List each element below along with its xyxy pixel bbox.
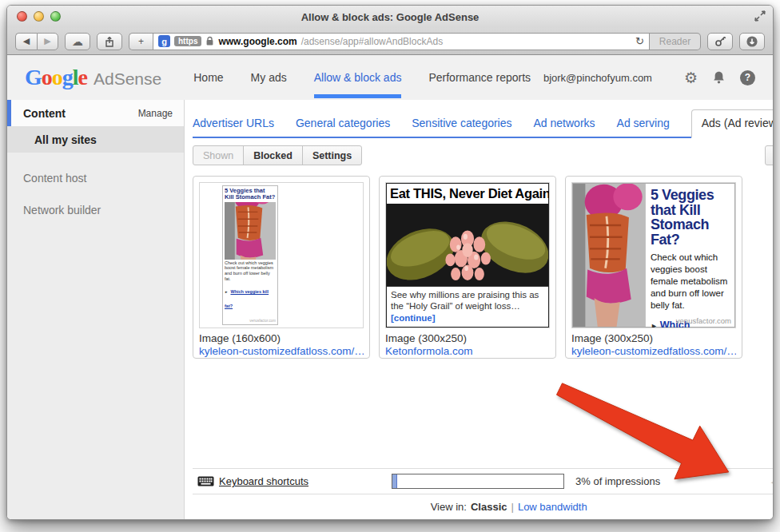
sidebar-section-label: Content [23, 107, 138, 120]
adsense-header: Google AdSense Home My ads Allow & block… [7, 55, 773, 100]
ad-continue-link: [continue] [391, 313, 436, 323]
key-icon [714, 35, 726, 47]
minimize-button[interactable] [34, 11, 44, 22]
help-button[interactable]: ? [740, 70, 755, 85]
url-group: + g https www.google.com /adsense/app#al… [129, 33, 701, 50]
lock-icon [205, 36, 214, 46]
advertiser-url-link[interactable]: kyleleon-customizedfatloss.com/… [571, 345, 736, 357]
share-icon [104, 36, 115, 47]
pager-controls: ◀ ▶ [771, 470, 773, 492]
browser-window: Allow & block ads: Google AdSense ◀ ▶ ☁ [6, 5, 774, 520]
password-key-button[interactable] [707, 33, 733, 50]
tab-ad-networks[interactable]: Ad networks [534, 110, 595, 137]
site-favicon: g [158, 35, 170, 47]
progress-fill [392, 474, 397, 488]
tab-bar: Advertiser URLs General categories Sensi… [193, 109, 773, 138]
view-footer: View in: Classic | Low bandwidth [193, 494, 773, 519]
ad-card-2[interactable]: Eat THIS, Never Diet Again [379, 176, 556, 359]
forward-button[interactable]: ▶ [37, 33, 58, 50]
ad-format-label: Image (300x250) [385, 332, 550, 344]
ad-preview-3: 5 Veggies that Kill Stomach Fat? Check o… [571, 182, 736, 328]
sidebar-item-content-host[interactable]: Content host [23, 172, 184, 185]
main-content: Advertiser URLs General categories Sensi… [185, 100, 773, 519]
https-badge: https [174, 36, 201, 46]
icloud-tabs-button[interactable]: ☁ [65, 33, 90, 50]
tab-advertiser-urls[interactable]: Advertiser URLs [193, 110, 274, 137]
ad-creative-300x250: 5 Veggies that Kill Stomach Fat? Check o… [572, 183, 735, 328]
screenshot-stage: Allow & block ads: Google AdSense ◀ ▶ ☁ [0, 0, 780, 532]
nav-my-ads[interactable]: My ads [251, 55, 287, 100]
manage-link[interactable]: Manage [138, 108, 173, 119]
ad-creative-160x600: 5 Veggies that Kill Stomach Fat? [222, 185, 278, 325]
shown-button[interactable]: Shown [193, 145, 244, 165]
ad-creative-300x250: Eat THIS, Never Diet Again [386, 183, 549, 328]
ad-link: Which veggies kill fat? [225, 289, 269, 308]
ad-link-bullet-icon: ► [651, 322, 658, 328]
sidebar-item-all-my-sites[interactable]: All my sites [7, 126, 184, 153]
window-controls [17, 11, 61, 22]
adsense-page: Google AdSense Home My ads Allow & block… [7, 55, 773, 519]
tab-ads-ad-review-center[interactable]: Ads (Ad review center) [691, 109, 773, 138]
primary-nav: Home My ads Allow & block ads Performanc… [193, 55, 531, 100]
tab-general-categories[interactable]: General categories [296, 110, 390, 137]
product-name: AdSense [94, 69, 161, 89]
ad-card-1[interactable]: 5 Veggies that Kill Stomach Fat? [193, 176, 370, 359]
nav-allow-block-ads[interactable]: Allow & block ads [314, 55, 402, 100]
settings-button-segment[interactable]: Settings [302, 145, 362, 165]
advertiser-url-link[interactable]: kyleleon-customizedfatloss.com/… [199, 345, 364, 357]
ad-link-bullet-icon: ► [225, 290, 228, 294]
sidebar: Content Manage All my sites Content host… [7, 100, 185, 519]
fruit-ad-image [387, 204, 548, 287]
downloads-button[interactable] [739, 33, 765, 50]
back-button[interactable]: ◀ [15, 33, 37, 50]
body-wrap: Content Manage All my sites Content host… [7, 100, 773, 519]
advertiser-url-link[interactable]: Ketonformola.com [385, 345, 550, 357]
url-path: /adsense/app#allowAndBlockAds [301, 36, 443, 47]
gear-icon: ⚙ [684, 69, 698, 86]
ad-attribution: venusfactor.com [676, 316, 731, 325]
reload-button[interactable]: ↻ [635, 35, 644, 47]
cloud-icon: ☁ [72, 35, 83, 48]
nav-home[interactable]: Home [193, 55, 223, 100]
nav-performance-reports[interactable]: Performance reports [428, 55, 531, 100]
keyboard-shortcuts-link[interactable]: Keyboard shortcuts [197, 475, 308, 487]
tab-sensitive-categories[interactable]: Sensitive categories [412, 110, 511, 137]
add-bookmark-button[interactable]: + [129, 33, 153, 50]
fullscreen-icon[interactable] [754, 10, 766, 22]
blocked-button[interactable]: Blocked [243, 145, 303, 165]
ad-format-label: Image (160x600) [199, 332, 364, 344]
zoom-button[interactable] [50, 11, 61, 22]
tab-ad-serving[interactable]: Ad serving [617, 110, 670, 137]
title-bar: Allow & block ads: Google AdSense [7, 6, 773, 28]
browser-toolbar: ◀ ▶ ☁ + g https www.goo [7, 28, 773, 55]
notifications-button[interactable] [712, 70, 726, 85]
ad-card-3[interactable]: 5 Veggies that Kill Stomach Fat? Check o… [565, 176, 742, 359]
account-email: bjork@pinchofyum.com [543, 72, 652, 84]
status-bar: Keyboard shortcuts 3% of impressions ◀ ▶ [193, 468, 773, 494]
keyboard-icon [197, 476, 214, 486]
url-host: www.google.com [218, 36, 296, 47]
window-title: Allow & block ads: Google AdSense [301, 11, 480, 23]
reader-button[interactable]: Reader [650, 33, 701, 50]
plus-icon: + [138, 36, 144, 47]
google-adsense-logo: Google AdSense [25, 65, 161, 90]
review-toolbar: Shown Blocked Settings Filters [193, 145, 773, 165]
low-bandwidth-link[interactable]: Low bandwidth [518, 501, 587, 513]
ad-preview-2: Eat THIS, Never Diet Again [385, 182, 550, 328]
torso-ad-image [225, 202, 276, 260]
close-button[interactable] [17, 11, 27, 22]
sidebar-item-network-builder[interactable]: Network builder [23, 204, 184, 216]
settings-button[interactable]: ⚙ [684, 69, 698, 86]
prev-page-button[interactable]: ◀ [771, 475, 773, 488]
view-in-label: View in: [431, 501, 467, 513]
filters-button[interactable]: Filters [765, 145, 773, 165]
address-bar[interactable]: g https www.google.com /adsense/app#allo… [153, 33, 650, 50]
back-icon: ◀ [23, 36, 30, 46]
help-icon: ? [740, 70, 755, 85]
view-classic: Classic [471, 501, 507, 513]
download-icon [746, 35, 758, 48]
share-button[interactable] [97, 33, 122, 50]
torso-ad-image [573, 184, 646, 327]
bell-icon [712, 70, 726, 85]
impressions-progress-bar [392, 474, 564, 489]
